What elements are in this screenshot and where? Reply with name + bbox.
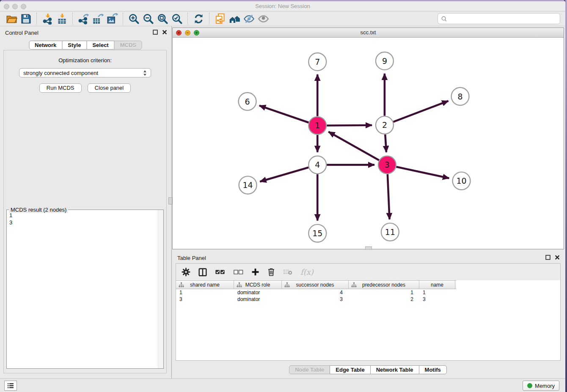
plus-icon <box>251 268 259 276</box>
graph-node-3[interactable]: 3 <box>378 156 396 174</box>
import-table-button[interactable] <box>55 12 69 25</box>
cell-shared-name[interactable]: 3 <box>176 296 234 302</box>
horizontal-splitter-handle[interactable] <box>365 246 372 250</box>
graph-node-8[interactable]: 8 <box>451 88 469 105</box>
cytoscape-window: Session: New Session <box>0 0 567 392</box>
save-session-button[interactable] <box>19 12 33 25</box>
cell-shared-name[interactable]: 1 <box>176 290 234 295</box>
table-tab-motifs[interactable]: Motifs <box>419 365 447 374</box>
graph-node-7[interactable]: 7 <box>308 53 326 71</box>
edge-1-2[interactable] <box>327 125 372 126</box>
duplicate-network-icon <box>215 13 226 25</box>
network-view-window: scc.txt 7968124314101511 <box>172 28 564 249</box>
control-tab-network[interactable]: Network <box>29 41 62 50</box>
column-header-predecessor-nodes[interactable]: predecessor nodes <box>349 281 419 289</box>
checked-boxes-icon <box>215 268 225 276</box>
main-toolbar <box>0 11 565 26</box>
open-session-button[interactable] <box>4 12 19 25</box>
zoom-selected-button[interactable] <box>170 12 184 25</box>
function-builder-button[interactable]: f(x) <box>300 268 314 276</box>
zoom-out-button[interactable] <box>141 12 155 25</box>
graph-node-4[interactable]: 4 <box>308 156 326 174</box>
clear-all-checks-button[interactable] <box>233 268 243 276</box>
cell-successor-nodes[interactable]: 3 <box>282 296 349 302</box>
table-options-button[interactable] <box>182 268 190 276</box>
export-network-button[interactable] <box>76 12 91 25</box>
table-row[interactable]: 3dominator323 <box>176 296 560 303</box>
export-image-icon <box>107 13 118 25</box>
graph-node-10[interactable]: 10 <box>453 172 471 190</box>
import-network-button[interactable] <box>40 12 55 25</box>
search-field[interactable] <box>438 13 560 24</box>
table-tab-node-table[interactable]: Node Table <box>289 365 330 374</box>
graph-node-2[interactable]: 2 <box>376 116 394 134</box>
close-panel-icon[interactable] <box>555 255 560 260</box>
delete-table-button[interactable] <box>283 269 292 275</box>
task-history-button[interactable] <box>4 381 17 391</box>
duplicate-network-button[interactable] <box>213 12 227 25</box>
table-tab-network-table[interactable]: Network Table <box>370 365 419 374</box>
column-header-MCDS-role[interactable]: MCDS role <box>234 281 282 289</box>
control-panel-title: Control Panel <box>5 30 39 36</box>
export-table-icon <box>92 13 104 25</box>
edge-2-8[interactable] <box>393 101 448 121</box>
show-network-button[interactable] <box>256 12 270 25</box>
control-tab-style[interactable]: Style <box>62 41 87 50</box>
network-canvas[interactable]: 7968124314101511 <box>173 38 564 249</box>
cell-name[interactable]: 1 <box>419 290 455 295</box>
select-all-checks-button[interactable] <box>215 268 225 276</box>
export-image-button[interactable] <box>105 12 119 25</box>
edge-4-14[interactable] <box>260 168 308 182</box>
add-row-button[interactable] <box>251 268 259 276</box>
svg-text:10: 10 <box>456 176 466 185</box>
edge-3-10[interactable] <box>396 167 449 178</box>
edge-3-11[interactable] <box>388 174 390 219</box>
cell-name[interactable]: 3 <box>419 296 455 302</box>
graph-node-6[interactable]: 6 <box>239 93 256 110</box>
refresh-button[interactable] <box>191 12 206 25</box>
network-window-titlebar[interactable]: scc.txt <box>173 28 564 38</box>
cell-MCDS-role[interactable]: dominator <box>234 296 282 302</box>
network-window-title: scc.txt <box>173 29 564 36</box>
close-panel-button[interactable]: Close panel <box>88 83 131 93</box>
float-panel-icon[interactable] <box>153 30 158 35</box>
result-scrollbar[interactable] <box>158 210 163 368</box>
delete-row-button[interactable] <box>267 268 275 276</box>
cell-successor-nodes[interactable]: 4 <box>282 290 349 295</box>
node-table: shared nameMCDS rolesuccessor nodesprede… <box>176 280 560 360</box>
show-all-networks-button[interactable] <box>227 12 242 25</box>
svg-text:15: 15 <box>312 229 322 238</box>
import-table-icon <box>56 13 68 25</box>
zoom-in-button[interactable] <box>127 12 141 25</box>
search-input[interactable] <box>449 14 557 23</box>
graph-node-15[interactable]: 15 <box>308 224 326 242</box>
cell-predecessor-nodes[interactable]: 1 <box>349 290 419 295</box>
control-tab-mcds[interactable]: MCDS <box>114 41 142 50</box>
column-header-successor-nodes[interactable]: successor nodes <box>282 281 349 289</box>
control-tab-select[interactable]: Select <box>86 41 114 50</box>
table-row[interactable]: 1dominator411 <box>176 289 560 296</box>
memory-button[interactable]: Memory <box>523 381 559 391</box>
graph-node-1[interactable]: 1 <box>308 117 326 135</box>
edge-2-3[interactable] <box>385 135 386 152</box>
edge-1-6[interactable] <box>259 105 309 122</box>
zoom-fit-button[interactable] <box>155 12 170 25</box>
column-header-name[interactable]: name <box>419 281 455 289</box>
optimization-criterion-label: Optimization criterion: <box>4 57 166 63</box>
export-table-button[interactable] <box>91 12 105 25</box>
column-header-shared-name[interactable]: shared name <box>176 281 234 289</box>
show-columns-button[interactable] <box>198 268 207 276</box>
cell-predecessor-nodes[interactable]: 2 <box>349 296 419 302</box>
graph-node-9[interactable]: 9 <box>376 52 394 70</box>
float-panel-icon[interactable] <box>545 255 550 260</box>
edge-3-1[interactable] <box>328 132 379 160</box>
table-tab-edge-table[interactable]: Edge Table <box>330 365 370 374</box>
cell-MCDS-role[interactable]: dominator <box>234 290 282 295</box>
graph-node-14[interactable]: 14 <box>239 176 257 194</box>
hide-network-button[interactable] <box>242 12 256 25</box>
graph-node-11[interactable]: 11 <box>381 223 399 241</box>
vertical-splitter-handle[interactable] <box>168 197 172 204</box>
criterion-select[interactable]: strongly connected component <box>19 68 151 77</box>
close-panel-icon[interactable] <box>162 30 167 35</box>
run-mcds-button[interactable]: Run MCDS <box>39 83 82 93</box>
